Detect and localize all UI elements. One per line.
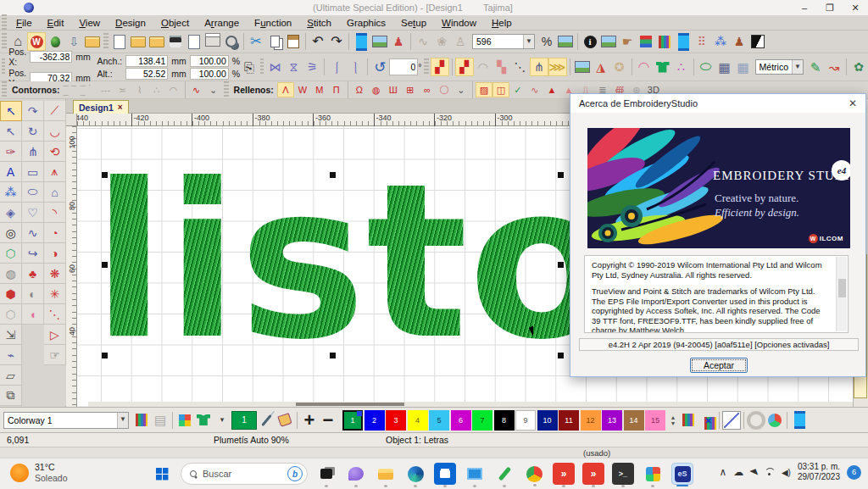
slideshow-icon[interactable]: [556, 32, 575, 51]
contornos-grip[interactable]: [2, 81, 7, 98]
restore-button[interactable]: ❐: [817, 1, 843, 14]
dot-curve-tool[interactable]: ⌁: [0, 345, 22, 365]
color-swatch-15[interactable]: 15: [645, 410, 665, 431]
show-hoop-icon[interactable]: ⬭: [697, 58, 715, 76]
canvas-hscroll-thumb[interactable]: [296, 403, 404, 406]
rellenos-grip[interactable]: [224, 81, 229, 98]
stitch-machine-icon[interactable]: [352, 32, 370, 51]
outline-more-icon[interactable]: ⌄: [205, 82, 222, 97]
mix-threads-icon[interactable]: [679, 411, 698, 430]
hexagon-gray-tool[interactable]: ⬡: [0, 304, 22, 325]
fill-program-icon[interactable]: ⊞: [402, 82, 419, 97]
fill-ring-icon[interactable]: 〇: [436, 82, 453, 97]
outline-leaf-icon[interactable]: ◠: [474, 58, 492, 76]
spool-colors-icon[interactable]: [674, 32, 693, 51]
menu-help[interactable]: Help: [484, 16, 520, 30]
taskview-icon[interactable]: [315, 463, 337, 485]
horseshoe-tool[interactable]: ◖: [22, 304, 44, 325]
fill-motif-icon[interactable]: ∞: [419, 82, 436, 97]
open-curve-tool[interactable]: ↷: [22, 101, 44, 121]
thread-colors-icon[interactable]: [655, 32, 674, 51]
red-tool-b-icon[interactable]: »: [582, 463, 604, 485]
outline-dash-icon[interactable]: – – –: [64, 82, 81, 97]
color-swatch-10[interactable]: 10: [537, 410, 558, 431]
product-3d-icon[interactable]: [765, 411, 784, 430]
colorway-editor-icon[interactable]: [637, 32, 655, 51]
zigzag-shape-tool[interactable]: ⩚: [44, 162, 66, 182]
transform-grip[interactable]: [2, 58, 5, 75]
outline-arc-icon[interactable]: ◠: [165, 82, 182, 97]
edge-icon[interactable]: [404, 463, 426, 485]
outline-stitch-icon[interactable]: ⌇: [131, 82, 148, 97]
fish-motif-icon[interactable]: ⋙: [548, 58, 567, 76]
threads-x-icon[interactable]: [698, 411, 716, 430]
flower-wheel-tool[interactable]: ❋: [44, 264, 66, 284]
swap-squares-tool[interactable]: ▱: [0, 365, 22, 386]
digitize-run-tool[interactable]: ⟋: [44, 101, 66, 121]
rectangle-tool[interactable]: ▭: [22, 162, 44, 182]
wheel-tool[interactable]: ✳: [44, 284, 66, 304]
menu-function[interactable]: Function: [247, 16, 299, 30]
height-percent-field[interactable]: [190, 68, 229, 80]
chrome-icon[interactable]: [523, 463, 545, 485]
toolbar-grip[interactable]: [424, 58, 429, 75]
curve-tension-icon[interactable]: ↝: [825, 58, 843, 76]
stitchout-1-icon[interactable]: ∿: [414, 32, 432, 51]
minimize-button[interactable]: –: [792, 1, 817, 14]
curve-arrow-tool[interactable]: ◝: [44, 203, 66, 223]
paste-icon[interactable]: [284, 32, 303, 51]
shapes-tool[interactable]: ♡: [22, 203, 44, 223]
menu-arrange[interactable]: Arrange: [197, 16, 247, 30]
terminal-icon[interactable]: >_: [612, 463, 634, 485]
hoop-icon[interactable]: ◠: [635, 58, 654, 76]
half-wheel-tool[interactable]: ◔: [44, 223, 66, 243]
fill-cross-icon[interactable]: ▨: [476, 82, 492, 97]
color-swatch-7[interactable]: 7: [472, 410, 492, 431]
fabric-ring-icon[interactable]: [747, 411, 765, 430]
dropdown-icon[interactable]: ▾: [213, 411, 231, 430]
hook-tool[interactable]: ↪: [22, 243, 44, 264]
chat-icon[interactable]: [345, 463, 367, 485]
flower-tool-icon[interactable]: ✿: [849, 58, 868, 76]
print-icon[interactable]: [203, 32, 222, 51]
palette-spin-down-icon[interactable]: ▼: [670, 420, 676, 426]
cut-icon[interactable]: ✂: [247, 32, 265, 51]
eyedropper-icon[interactable]: [257, 411, 275, 430]
embroidery-lettering[interactable]: listo: [92, 152, 615, 372]
metric-combobox[interactable]: Métrico ▼: [755, 59, 804, 75]
design-tab[interactable]: Design1 ×: [73, 100, 129, 114]
menu-window[interactable]: Window: [434, 16, 484, 30]
menu-edit[interactable]: Edit: [40, 16, 72, 30]
bing-icon[interactable]: b: [287, 466, 303, 481]
order-entry-icon[interactable]: ☛: [618, 32, 637, 51]
knife-tool[interactable]: ⇲: [0, 325, 22, 345]
hexagon-outline-tool[interactable]: ⬡: [0, 243, 22, 264]
vector-shapes-icon[interactable]: ◮: [592, 58, 610, 76]
menu-setup[interactable]: Setup: [393, 16, 434, 30]
menu-view[interactable]: View: [71, 16, 108, 30]
height-field[interactable]: [125, 68, 168, 80]
stitchout-3-icon[interactable]: ♙: [451, 32, 470, 51]
width-percent-field[interactable]: [190, 55, 229, 67]
pentagon-tool[interactable]: ⌂: [44, 182, 66, 203]
color-swatch-14[interactable]: 14: [624, 410, 644, 431]
circles-tool[interactable]: ◎: [0, 223, 22, 243]
background-contrast-icon[interactable]: [748, 32, 767, 51]
undo-icon[interactable]: ↶: [309, 32, 327, 51]
crown-tool[interactable]: ♣: [22, 264, 44, 284]
menu-grip[interactable]: [2, 14, 7, 31]
accept-button[interactable]: Aceptar: [690, 358, 748, 373]
remove-color-icon[interactable]: −: [319, 411, 337, 430]
selection-handle[interactable]: [102, 353, 108, 358]
print-preview-icon[interactable]: [222, 32, 241, 51]
metric-dropdown-icon[interactable]: ▼: [792, 60, 803, 74]
mirror-loop-tool[interactable]: ⟲: [44, 142, 66, 162]
fill-tatami-icon[interactable]: W: [294, 82, 311, 97]
no-background-icon[interactable]: [722, 411, 741, 430]
color-swatch-2[interactable]: 2: [364, 410, 385, 431]
outline-run-icon[interactable]: ∿: [188, 82, 205, 97]
show-rulers-icon[interactable]: ▦: [734, 58, 753, 76]
stitch-angle-icon[interactable]: ⋱: [511, 58, 530, 76]
stitch-edit-tool[interactable]: ✑: [0, 142, 22, 162]
color-swatch-6[interactable]: 6: [451, 410, 471, 431]
